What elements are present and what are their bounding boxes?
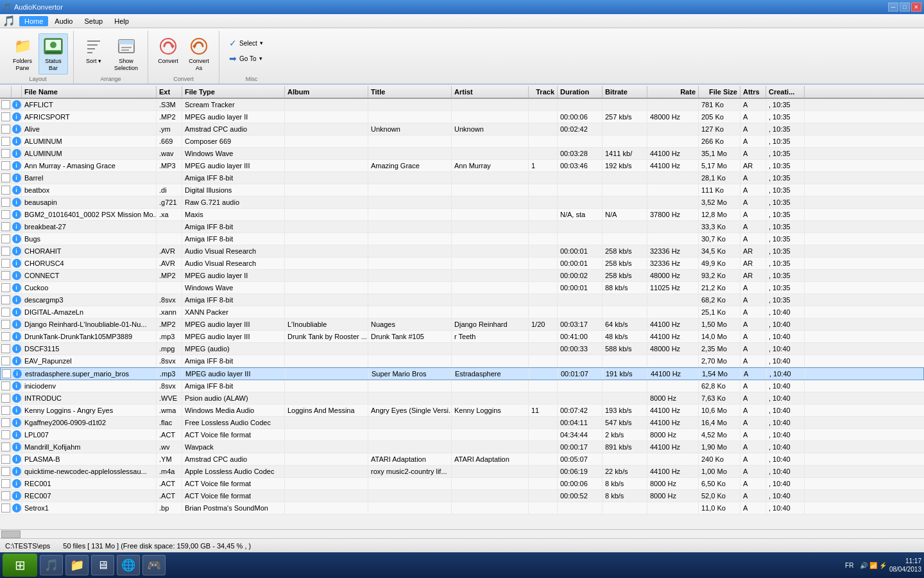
row-info-icon[interactable]: i (12, 221, 22, 232)
row-checkbox[interactable] (0, 160, 12, 171)
table-row[interactable]: iCHORAHIT.AVRAudio Visual Research00:00:… (0, 245, 924, 258)
header-track[interactable]: Track (529, 86, 558, 98)
row-checkbox[interactable] (0, 441, 12, 453)
row-checkbox[interactable] (0, 319, 12, 330)
table-row[interactable]: iMandrill_Kofijahm.wvWavpack00:00:17891 … (0, 441, 924, 453)
table-row[interactable]: iALUMINUM.669Composer 669266 KoA, 10:35 (0, 136, 924, 148)
table-row[interactable]: iKenny Loggins - Angry Eyes.wmaWindows M… (0, 405, 924, 417)
taskbar-app-1[interactable]: 🎵 (40, 555, 63, 575)
row-checkbox[interactable] (0, 233, 12, 245)
row-info-icon[interactable]: i (12, 160, 22, 171)
header-rate[interactable]: Rate (647, 86, 699, 98)
row-info-icon[interactable]: i (12, 319, 22, 330)
row-info-icon[interactable]: i (12, 99, 22, 110)
maximize-button[interactable]: □ (900, 3, 910, 12)
row-checkbox[interactable] (0, 466, 12, 477)
row-checkbox[interactable] (0, 306, 12, 318)
row-checkbox[interactable] (0, 331, 12, 342)
table-row[interactable]: iAnn Murray - Amasing Grace.MP3MPEG audi… (0, 160, 924, 172)
menu-item-home[interactable]: Home (19, 16, 48, 26)
header-ext[interactable]: Ext (157, 86, 182, 98)
row-checkbox[interactable] (0, 270, 12, 281)
row-info-icon[interactable]: i (12, 123, 22, 135)
row-checkbox[interactable] (0, 136, 12, 147)
row-info-icon[interactable]: i (12, 184, 22, 196)
row-info-icon[interactable]: i (12, 502, 22, 514)
table-body[interactable]: iAFFLICT.S3MScream Tracker781 KoA, 10:35… (0, 99, 924, 529)
table-row[interactable]: iKgaffney2006-0909-d1t02.flacFree Lossle… (0, 417, 924, 429)
table-row[interactable]: iDIGITAL-AmazeLn.xannXANN Packer25,1 KoA… (0, 306, 924, 319)
row-info-icon[interactable]: i (12, 148, 22, 159)
row-checkbox[interactable] (0, 294, 12, 306)
row-checkbox[interactable] (0, 405, 12, 416)
table-row[interactable]: iREC007.ACTACT Voice file format00:00:52… (0, 490, 924, 502)
table-row[interactable]: ibreakbeat-27Amiga IFF 8-bit33,3 KoA, 10… (0, 221, 924, 233)
row-info-icon[interactable]: i (12, 331, 22, 342)
header-size[interactable]: File Size (699, 86, 740, 98)
table-row[interactable]: iREC001.ACTACT Voice file format00:00:06… (0, 478, 924, 490)
convert-as-button[interactable]: ConvertAs (184, 33, 214, 74)
row-checkbox[interactable] (0, 343, 12, 355)
menu-item-help[interactable]: Help (109, 16, 134, 26)
row-info-icon[interactable]: i (12, 245, 22, 257)
row-checkbox[interactable] (0, 172, 12, 184)
row-info-icon[interactable]: i (12, 392, 22, 404)
row-checkbox[interactable] (0, 123, 12, 135)
start-button[interactable]: ⊞ (3, 554, 37, 577)
select-button[interactable]: ✓ Select ▾ (225, 36, 276, 50)
row-info-icon[interactable]: i (12, 294, 22, 306)
go-to-button[interactable]: ➡ Go To ▾ (225, 51, 276, 66)
row-info-icon[interactable]: i (12, 355, 22, 367)
table-row[interactable]: iDSCF3115.mpgMPEG (audio)00:00:33588 kb/… (0, 343, 924, 355)
table-row[interactable]: iCHORUSC4.AVRAudio Visual Research00:00:… (0, 258, 924, 270)
table-row[interactable]: iAlive.ymAmstrad CPC audioUnknownUnknown… (0, 123, 924, 136)
taskbar-app-5[interactable]: 🎮 (142, 555, 166, 575)
row-checkbox[interactable] (0, 355, 12, 367)
row-info-icon[interactable]: i (12, 197, 22, 208)
table-row[interactable]: iAFRICSPORT.MP2MPEG audio layer II00:00:… (0, 111, 924, 123)
table-row[interactable]: ibeatbox.diDigital Illusions111 KoA, 10:… (0, 184, 924, 197)
row-info-icon[interactable]: i (12, 172, 22, 184)
row-info-icon[interactable]: i (12, 258, 22, 269)
menu-item-setup[interactable]: Setup (79, 16, 108, 26)
table-row[interactable]: iAFFLICT.S3MScream Tracker781 KoA, 10:35 (0, 99, 924, 111)
row-checkbox[interactable] (0, 417, 12, 428)
row-checkbox[interactable] (0, 478, 12, 489)
table-row[interactable]: iPLASMA-B.YMAmstrad CPC audioATARI Adapt… (0, 453, 924, 466)
row-info-icon[interactable]: i (12, 429, 22, 441)
row-info-icon[interactable]: i (12, 233, 22, 245)
row-info-icon[interactable]: i (12, 405, 22, 416)
folders-pane-button[interactable]: 📁 FoldersPane (8, 33, 37, 74)
row-checkbox[interactable] (0, 221, 12, 232)
header-filename[interactable]: File Name (22, 86, 157, 98)
convert-button[interactable]: Convert (153, 33, 183, 67)
table-row[interactable]: iDrunkTank-DrunkTank105MP3889.mp3MPEG au… (0, 331, 924, 343)
header-icon[interactable] (12, 86, 22, 98)
row-checkbox[interactable] (0, 380, 12, 392)
row-checkbox[interactable] (0, 245, 12, 257)
table-row[interactable]: iCONNECT.MP2MPEG audio layer II00:00:022… (0, 270, 924, 282)
row-info-icon[interactable]: i (12, 136, 22, 147)
horizontal-scrollbar[interactable] (0, 529, 924, 538)
header-check[interactable] (0, 86, 12, 98)
row-checkbox[interactable] (0, 99, 12, 110)
row-checkbox[interactable] (0, 209, 12, 220)
row-info-icon[interactable]: i (12, 111, 22, 123)
show-selection-button[interactable]: ShowSelection (110, 33, 142, 74)
row-info-icon[interactable]: i (12, 282, 22, 293)
row-checkbox[interactable] (0, 282, 12, 293)
header-artist[interactable]: Artist (452, 86, 529, 98)
row-info-icon[interactable]: i (12, 368, 22, 380)
header-attrs[interactable]: Attrs (740, 86, 766, 98)
row-info-icon[interactable]: i (12, 441, 22, 453)
table-row[interactable]: iINTRODUC.WVEPsion audio (ALAW)8000 Hz7,… (0, 392, 924, 405)
table-row[interactable]: iiniciodenv.8svxAmiga IFF 8-bit62,8 KoA,… (0, 380, 924, 392)
row-checkbox[interactable] (1, 368, 12, 380)
table-row[interactable]: idescargmp3.8svxAmiga IFF 8-bit68,2 KoA,… (0, 294, 924, 306)
taskbar-app-4[interactable]: 🌐 (117, 555, 140, 575)
taskbar-app-3[interactable]: 🖥 (91, 555, 114, 575)
table-row[interactable]: iDjango Reinhard-L'Inoubliable-01-Nu....… (0, 319, 924, 331)
row-checkbox[interactable] (0, 490, 12, 502)
row-info-icon[interactable]: i (12, 417, 22, 428)
table-row[interactable]: iSetrox1.bpBrian Postma's SoundMon11,0 K… (0, 502, 924, 514)
